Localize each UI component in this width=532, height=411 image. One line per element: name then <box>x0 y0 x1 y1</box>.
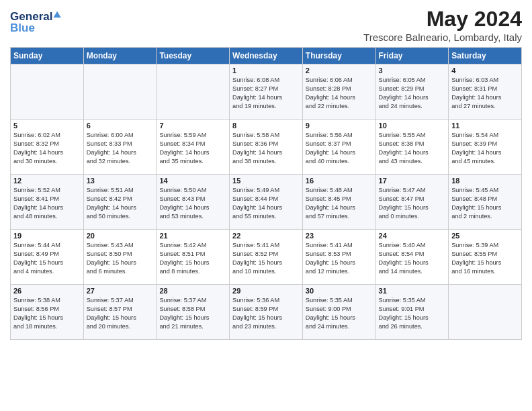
cell-info: Sunrise: 5:42 AM Sunset: 8:51 PM Dayligh… <box>159 241 226 276</box>
cell-info: Sunrise: 5:43 AM Sunset: 8:50 PM Dayligh… <box>87 241 154 276</box>
cell-info: Sunrise: 5:39 AM Sunset: 8:55 PM Dayligh… <box>451 241 519 276</box>
calendar-cell: 8Sunrise: 5:58 AM Sunset: 8:36 PM Daylig… <box>230 120 303 175</box>
calendar-cell: 27Sunrise: 5:37 AM Sunset: 8:57 PM Dayli… <box>83 285 157 340</box>
subtitle: Trescore Balneario, Lombardy, Italy <box>363 32 522 43</box>
calendar-cell: 20Sunrise: 5:43 AM Sunset: 8:50 PM Dayli… <box>83 230 157 285</box>
calendar-cell: 15Sunrise: 5:49 AM Sunset: 8:44 PM Dayli… <box>230 175 303 230</box>
calendar-table: SundayMondayTuesdayWednesdayThursdayFrid… <box>10 47 522 340</box>
calendar-cell: 25Sunrise: 5:39 AM Sunset: 8:55 PM Dayli… <box>449 230 522 285</box>
day-number: 4 <box>451 66 519 75</box>
day-number: 11 <box>451 122 519 130</box>
cell-info: Sunrise: 5:41 AM Sunset: 8:52 PM Dayligh… <box>232 241 300 276</box>
calendar-cell: 10Sunrise: 5:55 AM Sunset: 8:38 PM Dayli… <box>375 120 449 175</box>
calendar-week-1: 1Sunrise: 6:08 AM Sunset: 8:27 PM Daylig… <box>11 64 522 120</box>
cell-info: Sunrise: 5:55 AM Sunset: 8:38 PM Dayligh… <box>379 131 446 166</box>
day-number: 17 <box>379 177 446 185</box>
calendar-cell: 12Sunrise: 5:52 AM Sunset: 8:41 PM Dayli… <box>11 175 84 230</box>
day-number: 5 <box>13 122 81 130</box>
day-number: 18 <box>451 177 519 185</box>
day-number: 10 <box>379 122 446 130</box>
calendar-cell <box>11 64 84 120</box>
day-number: 12 <box>13 177 81 185</box>
col-header-friday: Friday <box>375 48 449 64</box>
cell-info: Sunrise: 5:52 AM Sunset: 8:41 PM Dayligh… <box>13 186 81 221</box>
cell-info: Sunrise: 5:51 AM Sunset: 8:42 PM Dayligh… <box>87 186 154 221</box>
calendar-cell: 18Sunrise: 5:45 AM Sunset: 8:48 PM Dayli… <box>449 175 522 230</box>
day-number: 24 <box>379 232 446 240</box>
cell-info: Sunrise: 5:45 AM Sunset: 8:48 PM Dayligh… <box>451 186 519 221</box>
cell-info: Sunrise: 5:35 AM Sunset: 9:01 PM Dayligh… <box>379 296 446 331</box>
calendar-header-row: SundayMondayTuesdayWednesdayThursdayFrid… <box>11 48 522 64</box>
col-header-monday: Monday <box>83 48 157 64</box>
day-number: 28 <box>159 287 226 295</box>
cell-info: Sunrise: 5:49 AM Sunset: 8:44 PM Dayligh… <box>232 186 300 221</box>
day-number: 7 <box>159 122 226 130</box>
calendar-cell: 6Sunrise: 6:00 AM Sunset: 8:33 PM Daylig… <box>83 120 157 175</box>
cell-info: Sunrise: 6:06 AM Sunset: 8:28 PM Dayligh… <box>306 76 373 111</box>
col-header-wednesday: Wednesday <box>230 48 303 64</box>
col-header-tuesday: Tuesday <box>157 48 230 64</box>
logo: General Blue <box>10 7 71 37</box>
calendar-cell: 9Sunrise: 5:56 AM Sunset: 8:37 PM Daylig… <box>302 120 375 175</box>
day-number: 26 <box>13 287 81 295</box>
cell-info: Sunrise: 5:47 AM Sunset: 8:47 PM Dayligh… <box>379 186 446 221</box>
day-number: 19 <box>13 232 81 240</box>
day-number: 25 <box>451 232 519 240</box>
calendar-cell: 28Sunrise: 5:37 AM Sunset: 8:58 PM Dayli… <box>157 285 230 340</box>
page: General Blue May 2024 Trescore Balneario… <box>0 0 532 347</box>
calendar-cell: 22Sunrise: 5:41 AM Sunset: 8:52 PM Dayli… <box>230 230 303 285</box>
day-number: 20 <box>87 232 154 240</box>
day-number: 8 <box>232 122 300 130</box>
cell-info: Sunrise: 5:44 AM Sunset: 8:49 PM Dayligh… <box>13 241 81 276</box>
calendar-cell: 14Sunrise: 5:50 AM Sunset: 8:43 PM Dayli… <box>157 175 230 230</box>
cell-info: Sunrise: 6:02 AM Sunset: 8:32 PM Dayligh… <box>13 131 81 166</box>
calendar-cell: 31Sunrise: 5:35 AM Sunset: 9:01 PM Dayli… <box>375 285 449 340</box>
calendar-week-5: 26Sunrise: 5:38 AM Sunset: 8:56 PM Dayli… <box>11 285 522 340</box>
day-number: 21 <box>159 232 226 240</box>
calendar-cell: 16Sunrise: 5:48 AM Sunset: 8:45 PM Dayli… <box>302 175 375 230</box>
day-number: 2 <box>306 66 373 75</box>
calendar-week-2: 5Sunrise: 6:02 AM Sunset: 8:32 PM Daylig… <box>11 120 522 175</box>
cell-info: Sunrise: 5:40 AM Sunset: 8:54 PM Dayligh… <box>379 241 446 276</box>
calendar-cell: 13Sunrise: 5:51 AM Sunset: 8:42 PM Dayli… <box>83 175 157 230</box>
col-header-saturday: Saturday <box>449 48 522 64</box>
cell-info: Sunrise: 6:08 AM Sunset: 8:27 PM Dayligh… <box>232 76 300 111</box>
day-number: 27 <box>87 287 154 295</box>
day-number: 3 <box>379 66 446 75</box>
calendar-cell: 4Sunrise: 6:03 AM Sunset: 8:31 PM Daylig… <box>449 64 522 120</box>
header: General Blue May 2024 Trescore Balneario… <box>10 7 522 43</box>
cell-info: Sunrise: 5:58 AM Sunset: 8:36 PM Dayligh… <box>232 131 300 166</box>
cell-info: Sunrise: 6:05 AM Sunset: 8:29 PM Dayligh… <box>379 76 446 111</box>
cell-info: Sunrise: 5:35 AM Sunset: 9:00 PM Dayligh… <box>306 296 373 331</box>
calendar-cell: 1Sunrise: 6:08 AM Sunset: 8:27 PM Daylig… <box>230 64 303 120</box>
svg-marker-2 <box>53 11 60 17</box>
day-number: 9 <box>306 122 373 130</box>
col-header-sunday: Sunday <box>11 48 84 64</box>
calendar-cell <box>157 64 230 120</box>
day-number: 16 <box>306 177 373 185</box>
cell-info: Sunrise: 5:37 AM Sunset: 8:58 PM Dayligh… <box>159 296 226 331</box>
calendar-cell: 30Sunrise: 5:35 AM Sunset: 9:00 PM Dayli… <box>302 285 375 340</box>
calendar-cell: 7Sunrise: 5:59 AM Sunset: 8:34 PM Daylig… <box>157 120 230 175</box>
logo-svg: General Blue <box>10 7 71 37</box>
cell-info: Sunrise: 5:48 AM Sunset: 8:45 PM Dayligh… <box>306 186 373 221</box>
calendar-cell: 29Sunrise: 5:36 AM Sunset: 8:59 PM Dayli… <box>230 285 303 340</box>
cell-info: Sunrise: 6:03 AM Sunset: 8:31 PM Dayligh… <box>451 76 519 111</box>
calendar-cell <box>83 64 157 120</box>
calendar-cell: 21Sunrise: 5:42 AM Sunset: 8:51 PM Dayli… <box>157 230 230 285</box>
title-block: May 2024 Trescore Balneario, Lombardy, I… <box>363 7 522 43</box>
calendar-week-3: 12Sunrise: 5:52 AM Sunset: 8:41 PM Dayli… <box>11 175 522 230</box>
cell-info: Sunrise: 5:38 AM Sunset: 8:56 PM Dayligh… <box>13 296 81 331</box>
calendar-cell: 2Sunrise: 6:06 AM Sunset: 8:28 PM Daylig… <box>302 64 375 120</box>
calendar-cell: 24Sunrise: 5:40 AM Sunset: 8:54 PM Dayli… <box>375 230 449 285</box>
day-number: 31 <box>379 287 446 295</box>
day-number: 6 <box>87 122 154 130</box>
day-number: 15 <box>232 177 300 185</box>
calendar-cell <box>449 285 522 340</box>
day-number: 13 <box>87 177 154 185</box>
day-number: 14 <box>159 177 226 185</box>
calendar-cell: 26Sunrise: 5:38 AM Sunset: 8:56 PM Dayli… <box>11 285 84 340</box>
cell-info: Sunrise: 6:00 AM Sunset: 8:33 PM Dayligh… <box>87 131 154 166</box>
day-number: 30 <box>306 287 373 295</box>
day-number: 22 <box>232 232 300 240</box>
